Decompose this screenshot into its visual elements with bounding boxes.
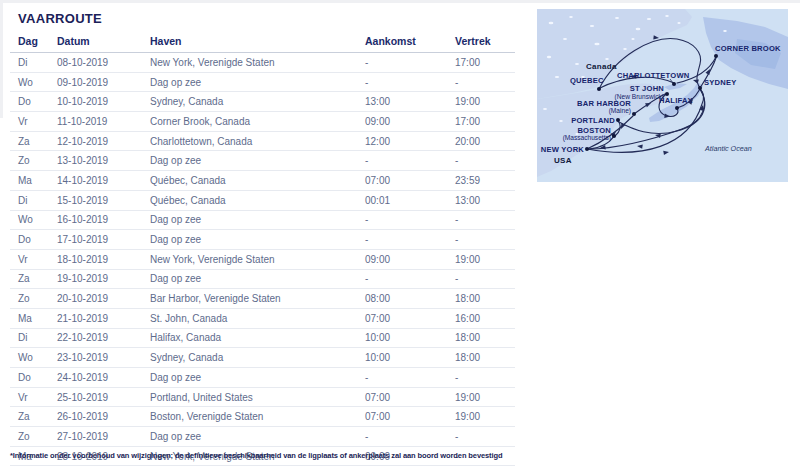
cell-port: Dag op zee: [150, 372, 365, 383]
footnote: *Informatie onder voorbehoud van wijzigi…: [10, 451, 570, 460]
port-sublabel-bar-harbor: (Maine): [609, 107, 631, 115]
table-header-row: Dag Datum Haven Aankomst Vertrek: [10, 30, 515, 53]
table-row: Di08-10-2019New York, Verenigde Staten-1…: [10, 53, 515, 73]
cell-departure: -: [455, 77, 515, 88]
port-dot-corner-brook: [714, 54, 718, 58]
cell-arrival: 00:01: [365, 195, 455, 206]
port-label-sydney: SYDNEY: [704, 78, 736, 87]
cell-arrival: 09:00: [365, 254, 455, 265]
cell-port: New York, Verenigde Staten: [150, 254, 365, 265]
cell-port: Dag op zee: [150, 77, 365, 88]
cell-date: 13-10-2019: [57, 155, 150, 166]
cell-date: 27-10-2019: [57, 431, 150, 442]
cell-departure: -: [455, 273, 515, 284]
cell-departure: 19:00: [455, 411, 515, 422]
page-left-edge: [0, 0, 3, 118]
ocean-label: Atlantic Ocean: [704, 144, 752, 153]
cell-date: 24-10-2019: [57, 372, 150, 383]
table-row: Zo20-10-2019Bar Harbor, Verenigde Staten…: [10, 289, 515, 309]
cell-date: 09-10-2019: [57, 77, 150, 88]
port-dot-charlottetown: [672, 82, 676, 86]
cell-port: New York, Verenigde Staten: [150, 57, 365, 68]
cell-date: 23-10-2019: [57, 352, 150, 363]
port-dot-bar-harbor: [632, 112, 636, 116]
itinerary-table: Dag Datum Haven Aankomst Vertrek Di08-10…: [10, 30, 515, 466]
table-row: Vr11-10-2019Corner Brook, Canada09:0017:…: [10, 112, 515, 132]
cell-arrival: 07:00: [365, 175, 455, 186]
column-header-date: Datum: [57, 35, 150, 47]
table-row: Ma14-10-2019Québec, Canada07:0023:59: [10, 171, 515, 191]
port-label-quebec: QUEBEC: [570, 76, 604, 85]
cell-arrival: 13:00: [365, 96, 455, 107]
table-row: Wo16-10-2019Dag op zee--: [10, 211, 515, 231]
table-row: Zo13-10-2019Dag op zee--: [10, 151, 515, 171]
table-row: Wo09-10-2019Dag op zee--: [10, 73, 515, 93]
cell-day: Di: [10, 332, 57, 343]
table-row: Do17-10-2019Dag op zee--: [10, 230, 515, 250]
cell-port: Corner Brook, Canada: [150, 116, 365, 127]
cell-port: Boston, Verenigde Staten: [150, 411, 365, 422]
column-header-day: Dag: [10, 35, 57, 47]
table-row: Za19-10-2019Dag op zee--: [10, 270, 515, 290]
cell-arrival: 08:00: [365, 293, 455, 304]
cell-port: Sydney, Canada: [150, 96, 365, 107]
cell-departure: 23:59: [455, 175, 515, 186]
port-label-halifax: HALIFAX: [659, 96, 693, 105]
page-top-edge: [0, 0, 800, 3]
cell-day: Do: [10, 234, 57, 245]
cell-port: Sydney, Canada: [150, 352, 365, 363]
cell-port: Dag op zee: [150, 234, 365, 245]
cell-arrival: -: [365, 77, 455, 88]
cell-day: Zo: [10, 431, 57, 442]
table-row: Ma21-10-2019St. John, Canada07:0016:00: [10, 309, 515, 329]
cell-date: 18-10-2019: [57, 254, 150, 265]
cell-departure: 19:00: [455, 392, 515, 403]
cell-departure: 16:00: [455, 313, 515, 324]
cell-arrival: 10:00: [365, 352, 455, 363]
cell-day: Wo: [10, 352, 57, 363]
table-row: Do24-10-2019Dag op zee--: [10, 368, 515, 388]
port-label-charlottetown: CHARLOTTETOWN: [617, 71, 689, 80]
cell-departure: 20:00: [455, 136, 515, 147]
cell-port: Dag op zee: [150, 155, 365, 166]
cell-arrival: -: [365, 431, 455, 442]
port-sublabel-boston: (Massachusetts): [563, 134, 611, 142]
table-row: Do10-10-2019Sydney, Canada13:0019:00: [10, 92, 515, 112]
cell-arrival: 07:00: [365, 392, 455, 403]
cell-day: Do: [10, 372, 57, 383]
cell-date: 16-10-2019: [57, 214, 150, 225]
cell-day: Za: [10, 411, 57, 422]
cell-departure: 18:00: [455, 332, 515, 343]
cell-port: Halifax, Canada: [150, 332, 365, 343]
port-dot-portland: [616, 118, 620, 122]
table-body: Di08-10-2019New York, Verenigde Staten-1…: [10, 53, 515, 466]
cell-port: Portland, United States: [150, 392, 365, 403]
cell-departure: 18:00: [455, 352, 515, 363]
cell-date: 15-10-2019: [57, 195, 150, 206]
cell-date: 08-10-2019: [57, 57, 150, 68]
cell-date: 20-10-2019: [57, 293, 150, 304]
cell-departure: 19:00: [455, 254, 515, 265]
cell-day: Vr: [10, 392, 57, 403]
cell-departure: 18:00: [455, 293, 515, 304]
port-label-corner-brook: CORNER BROOK: [715, 44, 781, 53]
cell-day: Zo: [10, 155, 57, 166]
port-label-portland: PORTLAND: [571, 116, 615, 125]
table-row: Wo23-10-2019Sydney, Canada10:0018:00: [10, 348, 515, 368]
table-row: Di22-10-2019Halifax, Canada10:0018:00: [10, 329, 515, 349]
table-row: Za26-10-2019Boston, Verenigde Staten07:0…: [10, 407, 515, 427]
cell-date: 14-10-2019: [57, 175, 150, 186]
cell-date: 12-10-2019: [57, 136, 150, 147]
cell-date: 26-10-2019: [57, 411, 150, 422]
cell-day: Vr: [10, 116, 57, 127]
cell-departure: -: [455, 155, 515, 166]
cell-port: Dag op zee: [150, 431, 365, 442]
cell-arrival: -: [365, 57, 455, 68]
page-title: VAARROUTE: [18, 11, 102, 26]
cell-date: 19-10-2019: [57, 273, 150, 284]
country-label-canada: Canada: [586, 62, 617, 71]
table-row: Vr18-10-2019New York, Verenigde Staten09…: [10, 250, 515, 270]
cell-date: 21-10-2019: [57, 313, 150, 324]
cell-arrival: 07:00: [365, 411, 455, 422]
cell-day: Do: [10, 96, 57, 107]
